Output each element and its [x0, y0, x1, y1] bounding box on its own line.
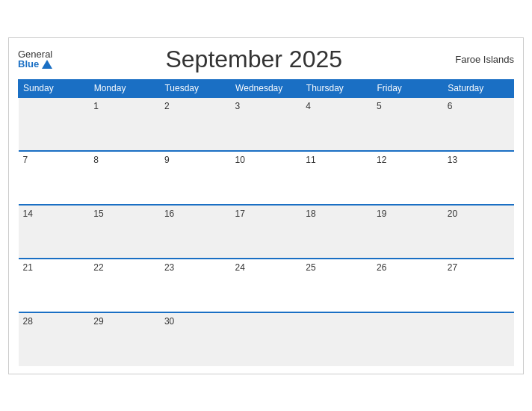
day-number: 6 [448, 101, 453, 111]
week-row-2: 14151617181920 [19, 205, 514, 259]
weekday-header-friday: Friday [372, 79, 443, 97]
calendar-cell: 3 [231, 97, 302, 151]
calendar-header: General Blue September 2025 Faroe Island… [18, 46, 514, 73]
day-number: 11 [306, 155, 315, 165]
calendar-cell: 1 [89, 97, 160, 151]
day-number: 21 [23, 262, 33, 273]
calendar-cell: 27 [443, 259, 514, 312]
week-row-3: 21222324252627 [19, 259, 514, 312]
calendar-cell: 12 [372, 151, 443, 205]
calendar-cell: 20 [443, 205, 514, 259]
calendar: General Blue September 2025 Faroe Island… [8, 37, 524, 374]
calendar-cell: 7 [19, 151, 90, 205]
calendar-cell: 29 [89, 312, 160, 366]
day-number: 27 [448, 262, 457, 273]
calendar-cell [19, 97, 90, 151]
calendar-body: 1234567891011121314151617181920212223242… [19, 97, 514, 366]
weekday-header-monday: Monday [89, 79, 160, 97]
calendar-cell [301, 312, 372, 366]
week-row-4: 282930 [19, 312, 514, 366]
day-number: 23 [164, 262, 174, 273]
calendar-cell: 10 [231, 151, 302, 205]
day-number: 30 [164, 316, 174, 327]
week-row-0: 123456 [19, 97, 514, 151]
calendar-cell: 24 [231, 259, 302, 312]
day-number: 26 [377, 262, 386, 273]
calendar-cell: 28 [19, 312, 90, 366]
day-number: 29 [93, 316, 103, 327]
calendar-table: SundayMondayTuesdayWednesdayThursdayFrid… [18, 79, 514, 366]
calendar-cell: 18 [301, 205, 372, 259]
day-number: 9 [164, 155, 170, 165]
weekday-header-sunday: Sunday [19, 79, 90, 97]
calendar-cell: 26 [372, 259, 443, 312]
calendar-cell: 11 [301, 151, 372, 205]
calendar-cell: 23 [160, 259, 231, 312]
day-number: 19 [377, 208, 386, 219]
day-number: 14 [23, 208, 33, 219]
day-number: 18 [306, 208, 315, 219]
day-number: 22 [93, 262, 103, 273]
calendar-region: Faroe Islands [455, 54, 514, 65]
calendar-cell: 25 [301, 259, 372, 312]
calendar-cell: 30 [160, 312, 231, 366]
day-number: 8 [93, 155, 99, 165]
day-number: 2 [164, 101, 170, 111]
calendar-title: September 2025 [52, 46, 455, 73]
calendar-cell: 17 [231, 205, 302, 259]
day-number: 16 [164, 208, 174, 219]
day-number: 1 [93, 101, 99, 111]
logo: General Blue [18, 49, 52, 69]
day-number: 5 [377, 101, 382, 111]
calendar-cell: 8 [89, 151, 160, 205]
calendar-cell: 14 [19, 205, 90, 259]
logo-blue-text: Blue [18, 59, 39, 69]
calendar-cell: 5 [372, 97, 443, 151]
calendar-cell: 22 [89, 259, 160, 312]
day-number: 12 [377, 155, 386, 165]
day-number: 7 [23, 155, 28, 165]
day-number: 25 [306, 262, 315, 273]
day-number: 4 [306, 101, 311, 111]
day-number: 10 [235, 155, 245, 165]
calendar-cell: 4 [301, 97, 372, 151]
calendar-cell: 2 [160, 97, 231, 151]
weekday-header-row: SundayMondayTuesdayWednesdayThursdayFrid… [19, 79, 514, 97]
weekday-header-thursday: Thursday [301, 79, 372, 97]
weekday-header-tuesday: Tuesday [160, 79, 231, 97]
weekday-header-saturday: Saturday [443, 79, 514, 97]
calendar-cell: 6 [443, 97, 514, 151]
day-number: 28 [23, 316, 33, 327]
weekday-header-wednesday: Wednesday [231, 79, 302, 97]
calendar-cell: 19 [372, 205, 443, 259]
day-number: 24 [235, 262, 245, 273]
calendar-cell: 21 [19, 259, 90, 312]
calendar-cell: 15 [89, 205, 160, 259]
calendar-cell: 16 [160, 205, 231, 259]
calendar-cell [372, 312, 443, 366]
day-number: 13 [448, 155, 457, 165]
logo-blue-row: Blue [18, 59, 52, 69]
calendar-cell: 13 [443, 151, 514, 205]
day-number: 17 [235, 208, 245, 219]
day-number: 15 [93, 208, 103, 219]
calendar-cell [443, 312, 514, 366]
week-row-1: 78910111213 [19, 151, 514, 205]
calendar-cell [231, 312, 302, 366]
calendar-header-row: SundayMondayTuesdayWednesdayThursdayFrid… [19, 79, 514, 97]
calendar-cell: 9 [160, 151, 231, 205]
day-number: 3 [235, 101, 241, 111]
logo-triangle-icon [42, 60, 52, 69]
day-number: 20 [448, 208, 457, 219]
